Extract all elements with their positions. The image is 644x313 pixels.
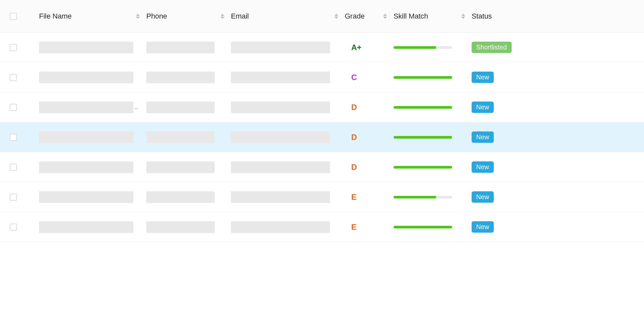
email-placeholder	[231, 42, 330, 53]
skill-match-fill	[394, 76, 452, 79]
sort-down-icon	[383, 17, 387, 19]
header-label-skillmatch: Skill Match	[394, 12, 428, 20]
skill-match-bar	[394, 76, 452, 79]
skill-match-bar	[394, 166, 452, 169]
table-row[interactable]: .. D New	[0, 92, 644, 122]
status-badge[interactable]: New	[472, 102, 494, 113]
sort-down-icon	[221, 17, 224, 19]
phone-placeholder	[146, 102, 215, 113]
column-header-grade[interactable]: Grade	[345, 12, 394, 20]
grade-value: D	[345, 103, 357, 112]
table-row[interactable]: D New	[0, 122, 644, 152]
table-row[interactable]: C New	[0, 62, 644, 92]
skill-match-bar	[394, 226, 452, 228]
skill-match-bar	[394, 106, 452, 109]
grade-value: E	[345, 193, 356, 202]
column-header-filename[interactable]: File Name	[39, 12, 146, 20]
row-checkbox[interactable]	[10, 134, 17, 141]
sort-up-icon	[136, 14, 140, 16]
filename-placeholder	[39, 72, 133, 83]
table-row[interactable]: E New	[0, 182, 644, 212]
column-header-email[interactable]: Email	[231, 12, 345, 20]
header-label-status: Status	[472, 12, 492, 20]
status-badge[interactable]: New	[472, 72, 494, 83]
ellipsis-icon[interactable]: ..	[135, 104, 138, 111]
email-placeholder	[231, 131, 330, 143]
sort-icon[interactable]	[383, 14, 387, 19]
table-row[interactable]: D New	[0, 152, 644, 182]
phone-placeholder	[146, 221, 215, 233]
sort-icon[interactable]	[461, 14, 465, 19]
status-badge[interactable]: New	[472, 131, 494, 143]
filename-placeholder	[39, 102, 133, 113]
skill-match-fill	[394, 136, 452, 139]
phone-placeholder	[146, 191, 215, 203]
header-label-phone: Phone	[146, 12, 167, 20]
skill-match-bar	[394, 196, 452, 198]
skill-match-fill	[394, 196, 436, 198]
filename-placeholder	[39, 42, 133, 53]
table-row[interactable]: A+ Shortlisted	[0, 33, 644, 62]
filename-placeholder	[39, 191, 133, 203]
status-badge[interactable]: New	[472, 191, 494, 203]
phone-placeholder	[146, 131, 215, 143]
phone-placeholder	[146, 42, 215, 53]
skill-match-bar	[394, 136, 452, 139]
row-checkbox[interactable]	[10, 194, 17, 201]
data-table: File Name Phone Email Grade	[0, 0, 644, 242]
status-badge[interactable]: Shortlisted	[472, 42, 512, 53]
sort-down-icon	[461, 17, 465, 19]
email-placeholder	[231, 221, 330, 233]
row-checkbox[interactable]	[10, 44, 17, 51]
column-header-status: Status	[472, 12, 524, 20]
row-checkbox[interactable]	[10, 104, 17, 111]
grade-value: E	[345, 223, 356, 232]
grade-value: C	[345, 73, 357, 82]
filename-placeholder	[39, 161, 133, 173]
filename-placeholder	[39, 131, 133, 143]
column-header-phone[interactable]: Phone	[146, 12, 231, 20]
table-header-row: File Name Phone Email Grade	[0, 0, 644, 33]
status-badge[interactable]: New	[472, 161, 494, 173]
skill-match-bar	[394, 46, 452, 49]
skill-match-fill	[394, 106, 452, 109]
table-row[interactable]: E New	[0, 212, 644, 242]
sort-down-icon	[334, 17, 338, 19]
email-placeholder	[231, 161, 330, 173]
skill-match-fill	[394, 226, 452, 228]
email-placeholder	[231, 72, 330, 83]
sort-up-icon	[334, 14, 338, 16]
sort-up-icon	[461, 14, 465, 16]
email-placeholder	[231, 102, 330, 113]
sort-up-icon	[383, 14, 387, 16]
select-all-checkbox[interactable]	[10, 13, 17, 20]
phone-placeholder	[146, 161, 215, 173]
sort-up-icon	[221, 14, 224, 16]
status-badge[interactable]: New	[472, 221, 494, 233]
grade-value: D	[345, 133, 357, 142]
row-checkbox[interactable]	[10, 74, 17, 81]
filename-placeholder	[39, 221, 133, 233]
row-checkbox[interactable]	[10, 224, 17, 231]
sort-icon[interactable]	[334, 14, 338, 19]
sort-down-icon	[136, 17, 140, 19]
row-checkbox[interactable]	[10, 164, 17, 171]
grade-value: D	[345, 163, 357, 172]
grade-value: A+	[345, 43, 361, 52]
skill-match-fill	[394, 46, 436, 49]
header-label-email: Email	[231, 12, 249, 20]
email-placeholder	[231, 191, 330, 203]
column-header-skillmatch[interactable]: Skill Match	[394, 12, 472, 20]
skill-match-fill	[394, 166, 452, 169]
phone-placeholder	[146, 72, 215, 83]
header-label-grade: Grade	[345, 12, 365, 20]
sort-icon[interactable]	[221, 14, 224, 19]
sort-icon[interactable]	[136, 14, 140, 19]
header-label-filename: File Name	[39, 12, 72, 20]
